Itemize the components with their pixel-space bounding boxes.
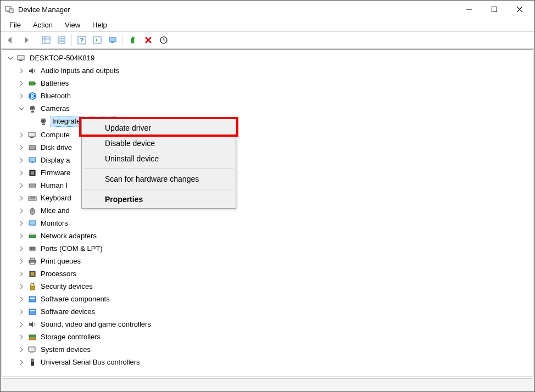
- chevron-right-icon[interactable]: [18, 295, 25, 303]
- chevron-down-icon[interactable]: [7, 54, 14, 62]
- svg-rect-58: [30, 262, 35, 265]
- ctx-separator: [83, 169, 234, 169]
- tree-node-software-devices[interactable]: Software devices: [18, 306, 96, 318]
- menu-help[interactable]: Help: [87, 20, 113, 30]
- svg-rect-68: [29, 347, 35, 351]
- tree-node-usb[interactable]: Universal Serial Bus controllers: [18, 356, 141, 368]
- menu-view[interactable]: View: [59, 20, 86, 30]
- chevron-right-icon[interactable]: [18, 245, 25, 253]
- ctx-uninstall-device[interactable]: Uninstall device: [83, 151, 235, 166]
- chevron-right-icon[interactable]: [18, 321, 25, 328]
- svg-rect-7: [42, 37, 50, 43]
- tree-node-cameras[interactable]: Cameras: [18, 103, 71, 115]
- tree-node-processors[interactable]: Processors: [18, 268, 77, 280]
- menu-action[interactable]: Action: [27, 20, 58, 30]
- svg-rect-51: [30, 233, 32, 235]
- tree-node-mice[interactable]: Mice and: [18, 205, 71, 217]
- chevron-right-icon[interactable]: [18, 194, 25, 202]
- tree-node-batteries[interactable]: Batteries: [18, 77, 70, 89]
- maximize-button[interactable]: [482, 1, 507, 18]
- network-icon: [27, 231, 37, 241]
- title-bar: Device Manager: [1, 1, 534, 18]
- ctx-disable-device[interactable]: Disable device: [83, 136, 235, 151]
- svg-rect-71: [31, 362, 34, 366]
- tree-node-security[interactable]: Security devices: [18, 281, 94, 293]
- close-button[interactable]: [507, 1, 532, 18]
- tree-node-ports[interactable]: Ports (COM & LPT): [18, 243, 104, 255]
- ctx-properties[interactable]: Properties: [83, 192, 235, 207]
- chevron-right-icon[interactable]: [18, 92, 25, 100]
- chevron-right-icon[interactable]: [18, 232, 25, 240]
- chevron-right-icon[interactable]: [18, 359, 25, 366]
- tree-node-computer[interactable]: Compute: [18, 129, 71, 141]
- tree-node-audio[interactable]: Audio inputs and outputs: [18, 65, 120, 77]
- help-button[interactable]: ?: [74, 33, 90, 47]
- chevron-right-icon[interactable]: [18, 220, 25, 227]
- uninstall-button[interactable]: [141, 33, 156, 47]
- minimize-button[interactable]: [456, 1, 482, 18]
- menu-file[interactable]: File: [4, 20, 26, 30]
- scan-hardware-button[interactable]: [156, 33, 171, 47]
- speaker-icon: [27, 320, 37, 329]
- chevron-right-icon[interactable]: [18, 270, 25, 278]
- svg-rect-52: [33, 233, 35, 235]
- chevron-right-icon[interactable]: [18, 80, 25, 87]
- device-tree[interactable]: DESKTOP-504K819 Audio inputs and outputs…: [2, 49, 533, 377]
- svg-rect-4: [492, 7, 497, 12]
- chevron-right-icon[interactable]: [18, 67, 25, 75]
- tree-node-monitors[interactable]: Monitors: [18, 217, 69, 229]
- chevron-right-icon[interactable]: [18, 207, 25, 215]
- svg-rect-66: [29, 335, 36, 337]
- properties-button[interactable]: [54, 33, 69, 47]
- svg-rect-38: [29, 158, 36, 162]
- chevron-down-icon[interactable]: [18, 105, 25, 113]
- window-title: Device Manager: [18, 5, 70, 14]
- ctx-scan[interactable]: Scan for hardware changes: [83, 171, 235, 187]
- mouse-icon: [27, 206, 37, 216]
- ctx-update-driver[interactable]: Update driver: [83, 120, 235, 136]
- update-driver-button[interactable]: [125, 33, 141, 47]
- ctx-separator: [83, 189, 234, 189]
- tree-root-node[interactable]: DESKTOP-504K819: [7, 52, 96, 64]
- status-bar: [2, 378, 533, 390]
- forward-button[interactable]: [18, 33, 34, 47]
- tree-node-display-adapters[interactable]: Display a: [18, 154, 71, 166]
- tree-node-hid[interactable]: Human I: [18, 180, 69, 192]
- svg-rect-18: [111, 42, 114, 43]
- root-label: DESKTOP-504K819: [29, 52, 96, 64]
- svg-rect-26: [35, 83, 36, 84]
- tree-node-bluetooth[interactable]: Bluetooth: [18, 90, 72, 102]
- refresh-button[interactable]: [90, 33, 105, 47]
- chevron-right-icon[interactable]: [18, 169, 25, 177]
- chevron-right-icon[interactable]: [18, 131, 25, 139]
- svg-rect-69: [30, 352, 34, 352]
- tree-node-disk-drives[interactable]: Disk drive: [18, 142, 73, 154]
- chevron-right-icon[interactable]: [18, 144, 25, 152]
- back-button[interactable]: [3, 33, 18, 47]
- tree-node-print-queues[interactable]: Print queues: [18, 255, 82, 267]
- show-hidden-button[interactable]: [105, 33, 120, 47]
- tree-node-network[interactable]: Network adapters: [18, 230, 98, 242]
- show-details-button[interactable]: [38, 33, 54, 47]
- chevron-right-icon[interactable]: [18, 308, 25, 316]
- tree-node-storage[interactable]: Storage controllers: [18, 331, 102, 343]
- device-manager-window: Device Manager File Action View Help: [0, 0, 535, 392]
- svg-rect-49: [31, 226, 34, 226]
- chevron-right-icon[interactable]: [18, 156, 25, 164]
- chevron-right-icon[interactable]: [18, 333, 25, 341]
- tree-node-software-components[interactable]: Software components: [18, 293, 111, 305]
- tree-node-firmware[interactable]: Firmware: [18, 167, 71, 179]
- tree-node-system-devices[interactable]: System devices: [18, 344, 92, 356]
- security-icon: [27, 282, 37, 292]
- display-adapter-icon: [27, 155, 37, 165]
- tree-node-keyboards[interactable]: Keyboard: [18, 192, 73, 204]
- chevron-right-icon[interactable]: [18, 283, 25, 290]
- chevron-right-icon[interactable]: [18, 182, 25, 189]
- speaker-icon: [27, 66, 37, 76]
- svg-rect-42: [29, 184, 36, 187]
- chevron-right-icon[interactable]: [18, 346, 25, 354]
- svg-rect-63: [30, 298, 35, 299]
- chevron-right-icon[interactable]: [18, 257, 25, 265]
- tree-node-sound[interactable]: Sound, video and game controllers: [18, 318, 152, 331]
- svg-rect-53: [30, 247, 35, 250]
